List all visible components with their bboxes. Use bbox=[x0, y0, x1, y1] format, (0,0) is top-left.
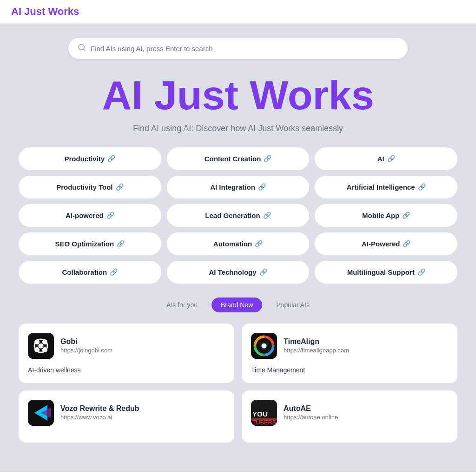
search-input[interactable] bbox=[91, 45, 398, 53]
link-icon: 🔗 bbox=[418, 183, 426, 191]
link-icon: 🔗 bbox=[117, 240, 125, 247]
svg-line-1 bbox=[83, 49, 85, 50]
link-icon: 🔗 bbox=[255, 240, 263, 247]
tag-ai-powered[interactable]: AI-powered 🔗 bbox=[19, 204, 161, 227]
card-url-autoae: https://autoae.online bbox=[284, 414, 338, 421]
card-logo-gobi bbox=[28, 333, 54, 359]
card-header: TimeAlign https://timealignapp.com bbox=[251, 333, 448, 359]
search-container bbox=[19, 38, 457, 59]
svg-point-7 bbox=[42, 347, 47, 352]
svg-point-4 bbox=[34, 339, 40, 344]
card-vozo[interactable]: Vozo Rewrite & Redub https://www.vozo.ai bbox=[19, 390, 234, 443]
tag-artificial-intelligence[interactable]: Artificial Intelligence 🔗 bbox=[315, 176, 457, 198]
card-logo-timealign bbox=[251, 333, 277, 359]
card-gobi[interactable]: Gobi https://joingobi.com AI-driven well… bbox=[19, 324, 234, 383]
link-icon: 🔗 bbox=[387, 155, 395, 162]
card-header: Vozo Rewrite & Redub https://www.vozo.ai bbox=[28, 400, 225, 426]
tag-productivity-tool[interactable]: Productivity Tool 🔗 bbox=[19, 176, 161, 198]
link-icon: 🔗 bbox=[417, 268, 425, 276]
svg-point-6 bbox=[34, 347, 40, 352]
tag-content-creation[interactable]: Content Creation 🔗 bbox=[167, 147, 310, 170]
filter-tabs: AIs for you Brand New Popular AIs bbox=[19, 298, 457, 312]
card-name-autoae: AutoAE bbox=[284, 404, 338, 413]
card-url-gobi: https://joingobi.com bbox=[60, 347, 112, 354]
card-autoae[interactable]: YOU TUBERS AutoAE https://autoae.online bbox=[242, 390, 457, 443]
card-desc-gobi: AI-driven wellness bbox=[28, 366, 225, 374]
link-icon: 🔗 bbox=[107, 155, 115, 162]
card-name-gobi: Gobi bbox=[60, 337, 112, 346]
cards-grid: Gobi https://joingobi.com AI-driven well… bbox=[19, 324, 457, 443]
link-icon: 🔗 bbox=[264, 155, 271, 162]
tag-mobile-app[interactable]: Mobile App 🔗 bbox=[315, 204, 457, 227]
tag-ai[interactable]: AI 🔗 bbox=[315, 147, 457, 170]
search-bar bbox=[68, 38, 408, 59]
tag-ai-powered-2[interactable]: AI-Powered 🔗 bbox=[315, 232, 457, 255]
svg-rect-18 bbox=[251, 418, 277, 420]
tag-multilingual-support[interactable]: Multilingual Support 🔗 bbox=[315, 261, 457, 284]
hero-subtitle: Find AI using AI: Discover how AI Just W… bbox=[19, 124, 457, 133]
card-logo-vozo bbox=[28, 400, 54, 426]
card-timealign[interactable]: TimeAlign https://timealignapp.com Time … bbox=[242, 324, 457, 383]
header-title: AI Just Works bbox=[11, 6, 79, 18]
link-icon: 🔗 bbox=[116, 183, 124, 191]
card-name-vozo: Vozo Rewrite & Redub bbox=[60, 404, 139, 413]
main-content: AI Just Works Find AI using AI: Discover… bbox=[0, 24, 476, 472]
tab-popular-ais[interactable]: Popular AIs bbox=[267, 298, 319, 312]
link-icon: 🔗 bbox=[258, 183, 266, 191]
tag-lead-generation[interactable]: Lead Generation 🔗 bbox=[167, 204, 310, 227]
card-url-vozo: https://www.vozo.ai bbox=[60, 414, 139, 421]
card-url-timealign: https://timealignapp.com bbox=[284, 347, 349, 354]
card-info-autoae: AutoAE https://autoae.online bbox=[284, 404, 338, 421]
link-icon: 🔗 bbox=[402, 212, 410, 219]
tab-ais-for-you[interactable]: AIs for you bbox=[157, 298, 207, 312]
card-info-gobi: Gobi https://joingobi.com bbox=[60, 337, 112, 354]
tab-brand-new[interactable]: Brand New bbox=[212, 298, 262, 312]
hero-title: AI Just Works bbox=[19, 73, 457, 118]
card-header: YOU TUBERS AutoAE https://autoae.online bbox=[251, 400, 448, 426]
tag-seo-optimization[interactable]: SEO Optimization 🔗 bbox=[19, 232, 161, 255]
svg-text:YOU: YOU bbox=[252, 410, 268, 418]
tag-grid: Productivity 🔗 Content Creation 🔗 AI 🔗 P… bbox=[19, 147, 457, 284]
card-name-timealign: TimeAlign bbox=[284, 337, 349, 346]
card-header: Gobi https://joingobi.com bbox=[28, 333, 225, 359]
card-desc-timealign: Time Management bbox=[251, 366, 448, 374]
link-icon: 🔗 bbox=[263, 212, 271, 219]
link-icon: 🔗 bbox=[259, 268, 267, 276]
card-info-timealign: TimeAlign https://timealignapp.com bbox=[284, 337, 349, 354]
svg-point-8 bbox=[38, 343, 43, 348]
tag-ai-integration[interactable]: AI Integration 🔗 bbox=[167, 176, 310, 198]
svg-point-11 bbox=[261, 343, 266, 348]
card-info-vozo: Vozo Rewrite & Redub https://www.vozo.ai bbox=[60, 404, 139, 421]
tag-automation[interactable]: Automation 🔗 bbox=[167, 232, 310, 255]
search-icon bbox=[78, 43, 86, 53]
tag-collaboration[interactable]: Collaboration 🔗 bbox=[19, 261, 161, 284]
link-icon: 🔗 bbox=[110, 268, 118, 276]
svg-point-5 bbox=[42, 339, 47, 344]
link-icon: 🔗 bbox=[106, 212, 114, 219]
header: AI Just Works bbox=[0, 0, 476, 24]
svg-text:TUBERS: TUBERS bbox=[252, 419, 276, 426]
link-icon: 🔗 bbox=[403, 240, 410, 247]
tag-productivity[interactable]: Productivity 🔗 bbox=[19, 147, 161, 170]
card-logo-autoae: YOU TUBERS bbox=[251, 400, 277, 426]
tag-ai-technology[interactable]: AI Technology 🔗 bbox=[167, 261, 310, 284]
